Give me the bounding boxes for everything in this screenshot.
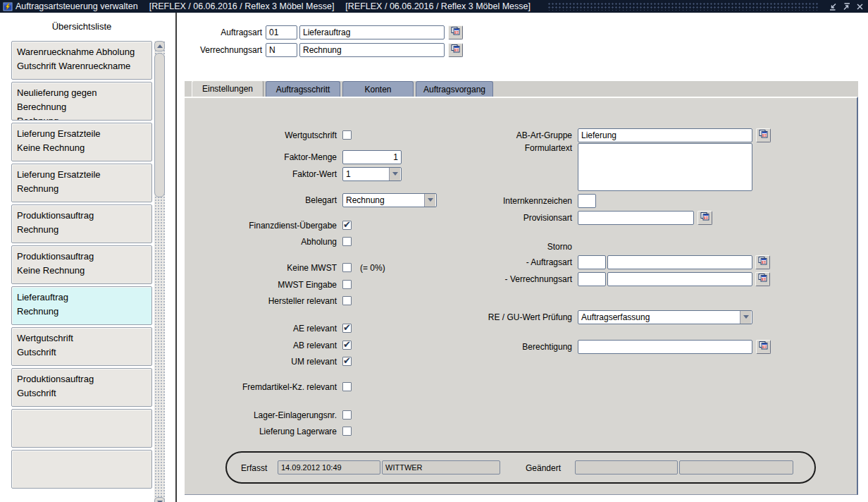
um-relevant-label: UM relevant bbox=[190, 357, 337, 367]
einstellungen-panel: Wertgutschrift Faktor-Menge Faktor-Wert … bbox=[185, 97, 858, 495]
auftragsart-code-input[interactable] bbox=[266, 25, 297, 39]
tab-konten[interactable]: Konten bbox=[342, 81, 414, 97]
ab-art-gruppe-input[interactable] bbox=[578, 128, 752, 142]
chevron-down-icon[interactable] bbox=[389, 168, 400, 180]
lieferung-lagerware-checkbox[interactable] bbox=[342, 427, 352, 436]
provisionsart-lov-button[interactable] bbox=[698, 211, 712, 225]
verrechnungsart-code-input[interactable] bbox=[266, 43, 297, 57]
sidebar: Übersichtsliste Warenruecknahme Abholung… bbox=[0, 13, 175, 502]
tab-auftragsvorgang[interactable]: Auftragsvorgang bbox=[416, 81, 493, 97]
finanzdienst-checkbox[interactable] bbox=[342, 221, 352, 230]
restore-icon[interactable] bbox=[841, 1, 852, 12]
finanzdienst-label: Finanzdienst-Übergabe bbox=[190, 221, 337, 231]
storno-verrechnungsart-lov-button[interactable] bbox=[755, 272, 770, 286]
list-item[interactable]: Warenruecknahme AbholungGutschrift Waren… bbox=[11, 41, 152, 80]
re-gu-pruefung-label: RE / GU-Wert Prüfung bbox=[410, 312, 572, 322]
list-item[interactable]: Lieferung ErsatzteileKeine Rechnung bbox=[11, 123, 152, 161]
fremdartikel-row: Fremdartikel-Kz. relevant bbox=[190, 381, 352, 393]
storno-heading: Storno bbox=[410, 242, 572, 252]
faktor-menge-input[interactable] bbox=[342, 150, 402, 164]
chevron-down-icon[interactable] bbox=[740, 311, 751, 324]
tab-einstellungen[interactable]: Einstellungen bbox=[192, 80, 264, 97]
list-item[interactable]: Lieferung ErsatzteileRechnung bbox=[11, 164, 152, 202]
list-item[interactable]: ProduktionsauftragRechnung bbox=[11, 204, 152, 243]
lager-einlagerung-checkbox[interactable] bbox=[342, 410, 352, 420]
provisionsart-input[interactable] bbox=[578, 211, 694, 225]
sidebar-title: Übersichtsliste bbox=[11, 21, 152, 32]
faktor-wert-dropdown[interactable]: 1 bbox=[342, 167, 402, 181]
abholung-label: Abholung bbox=[190, 237, 337, 247]
tab-auftragsschritt[interactable]: Auftragsschritt bbox=[266, 81, 340, 97]
list-item-selected[interactable]: LieferauftragRechnung bbox=[11, 286, 152, 325]
geaendert-date-field bbox=[575, 460, 678, 475]
storno-heading-row: Storno bbox=[410, 239, 582, 254]
keine-mwst-checkbox[interactable] bbox=[342, 263, 352, 272]
list-item[interactable]: Neulieferung gegen BerechnungRechnung bbox=[11, 82, 152, 121]
wertgutschrift-label: Wertgutschrift bbox=[190, 130, 337, 140]
audit-footer: Erfasst Geändert bbox=[225, 451, 816, 484]
lieferung-lagerware-label: Lieferung Lagerware bbox=[190, 427, 337, 436]
list-item-empty[interactable] bbox=[11, 450, 152, 489]
ae-relevant-row: AE relevant bbox=[190, 322, 352, 334]
mwst-eingabe-checkbox[interactable] bbox=[342, 280, 352, 289]
keine-mwst-label: Keine MWST bbox=[190, 263, 337, 273]
verrechnungsart-name-input[interactable] bbox=[299, 43, 445, 57]
lager-einlagerung-label: Lager-Einlagerungsnr. bbox=[190, 410, 337, 420]
storno-auftragsart-row: - Auftragsart bbox=[410, 255, 770, 269]
internkennzeichen-input[interactable] bbox=[578, 194, 596, 208]
berechtigung-lov-button[interactable] bbox=[756, 340, 771, 354]
list-item[interactable]: ProduktionsauftragGutschrift bbox=[11, 368, 152, 407]
formulartext-row: Formulartext bbox=[410, 143, 752, 158]
storno-verrechnungsart-label: - Verrechnungsart bbox=[410, 274, 572, 284]
storno-verrechnungsart-code-input[interactable] bbox=[578, 272, 606, 286]
formulartext-textarea[interactable] bbox=[578, 143, 752, 191]
berechtigung-input[interactable] bbox=[578, 340, 752, 354]
fremdartikel-checkbox[interactable] bbox=[342, 382, 352, 391]
application-window: Auftragsartsteuerung verwalten [REFLEX /… bbox=[0, 0, 868, 502]
scrollbar-thumb[interactable] bbox=[154, 53, 165, 197]
berechtigung-row: Berechtigung bbox=[410, 339, 771, 354]
storno-auftragsart-lov-button[interactable] bbox=[755, 255, 770, 269]
abholung-checkbox[interactable] bbox=[342, 237, 352, 246]
list-of-values-icon bbox=[700, 212, 709, 223]
storno-auftragsart-input[interactable] bbox=[607, 255, 752, 269]
list-of-values-icon bbox=[758, 274, 767, 284]
auftragsart-lov-button[interactable] bbox=[448, 25, 463, 39]
mwst-eingabe-label: MWST Eingabe bbox=[190, 280, 337, 290]
list-item-empty[interactable] bbox=[11, 409, 152, 448]
list-scrollbar[interactable] bbox=[154, 41, 165, 502]
scroll-up-icon[interactable] bbox=[154, 41, 165, 51]
verrechnungsart-row: Verrechnungsart bbox=[177, 42, 463, 57]
auftragsart-name-input[interactable] bbox=[299, 25, 445, 39]
re-gu-pruefung-dropdown[interactable]: Auftragserfassung bbox=[578, 310, 752, 324]
verrechnungsart-lov-button[interactable] bbox=[448, 43, 463, 57]
um-relevant-checkbox[interactable] bbox=[342, 357, 352, 366]
ab-art-gruppe-lov-button[interactable] bbox=[756, 128, 771, 142]
list-item[interactable]: ProduktionsauftragKeine Rechnung bbox=[11, 245, 152, 284]
faktor-menge-row: Faktor-Menge bbox=[190, 149, 402, 164]
belegart-label: Belegart bbox=[190, 195, 337, 205]
wertgutschrift-checkbox[interactable] bbox=[342, 130, 352, 140]
minimize-icon[interactable] bbox=[827, 1, 838, 12]
list-of-values-icon bbox=[759, 341, 768, 352]
list-of-values-icon bbox=[451, 44, 460, 55]
keine-mwst-suffix: (= 0%) bbox=[360, 263, 385, 273]
internkennzeichen-label: Internkennzeichen bbox=[410, 196, 572, 206]
close-icon[interactable] bbox=[854, 1, 865, 12]
tab-strip: Einstellungen Auftragsschritt Konten Auf… bbox=[185, 81, 858, 97]
storno-auftragsart-code-input[interactable] bbox=[578, 255, 606, 269]
hersteller-checkbox[interactable] bbox=[342, 296, 352, 305]
hersteller-label: Hersteller relevant bbox=[190, 296, 337, 306]
overview-list: Warenruecknahme AbholungGutschrift Waren… bbox=[11, 41, 152, 491]
list-item[interactable]: WertgutschriftGutschrift bbox=[11, 327, 152, 366]
ae-relevant-checkbox[interactable] bbox=[342, 324, 352, 333]
scroll-down-icon[interactable] bbox=[154, 497, 165, 502]
belegart-row: Belegart Rechnung bbox=[190, 192, 437, 207]
ab-relevant-checkbox[interactable] bbox=[342, 341, 352, 350]
formulartext-label: Formulartext bbox=[410, 143, 572, 153]
ab-relevant-row: AB relevant bbox=[190, 339, 352, 351]
erfasst-label: Erfasst bbox=[241, 463, 267, 473]
geaendert-label: Geändert bbox=[526, 463, 561, 473]
storno-verrechnungsart-input[interactable] bbox=[607, 272, 752, 286]
provisionsart-row: Provisionsart bbox=[410, 210, 712, 225]
